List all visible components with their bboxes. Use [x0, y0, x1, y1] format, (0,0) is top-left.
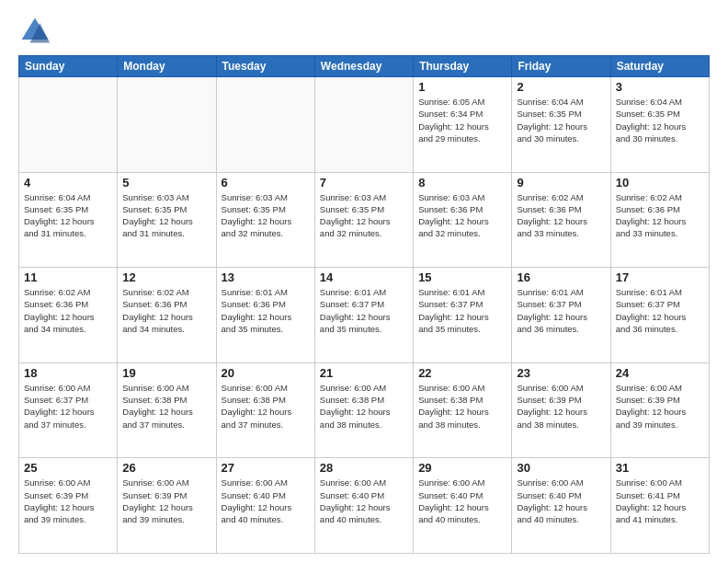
day-info: Sunrise: 6:00 AM Sunset: 6:39 PM Dayligh… — [24, 477, 112, 525]
calendar-cell: 24Sunrise: 6:00 AM Sunset: 6:39 PM Dayli… — [610, 362, 709, 458]
calendar-cell: 1Sunrise: 6:05 AM Sunset: 6:34 PM Daylig… — [414, 77, 512, 173]
day-info: Sunrise: 6:04 AM Sunset: 6:35 PM Dayligh… — [517, 96, 605, 144]
day-number: 28 — [320, 461, 408, 475]
calendar-header-monday: Monday — [118, 56, 216, 77]
calendar-cell: 16Sunrise: 6:01 AM Sunset: 6:37 PM Dayli… — [512, 268, 610, 363]
calendar-cell: 13Sunrise: 6:01 AM Sunset: 6:36 PM Dayli… — [216, 268, 314, 363]
day-number: 18 — [24, 366, 112, 380]
day-number: 27 — [222, 461, 310, 475]
calendar-header-thursday: Thursday — [414, 56, 512, 77]
day-info: Sunrise: 6:05 AM Sunset: 6:34 PM Dayligh… — [418, 96, 506, 144]
day-info: Sunrise: 6:02 AM Sunset: 6:36 PM Dayligh… — [517, 191, 605, 240]
calendar-cell: 31Sunrise: 6:00 AM Sunset: 6:41 PM Dayli… — [610, 458, 709, 554]
day-number: 13 — [222, 270, 310, 284]
calendar-cell — [314, 77, 413, 173]
day-number: 19 — [122, 366, 210, 380]
day-info: Sunrise: 6:01 AM Sunset: 6:36 PM Dayligh… — [222, 286, 310, 335]
calendar-cell — [216, 77, 314, 173]
day-number: 3 — [616, 80, 704, 94]
day-number: 25 — [24, 461, 112, 475]
day-number: 22 — [418, 366, 506, 380]
calendar-cell: 11Sunrise: 6:02 AM Sunset: 6:36 PM Dayli… — [19, 268, 118, 363]
day-info: Sunrise: 6:00 AM Sunset: 6:40 PM Dayligh… — [418, 477, 506, 525]
calendar-cell: 30Sunrise: 6:00 AM Sunset: 6:40 PM Dayli… — [512, 458, 610, 554]
day-number: 15 — [418, 270, 506, 284]
day-number: 17 — [616, 270, 704, 284]
day-number: 8 — [418, 176, 506, 190]
day-number: 4 — [24, 176, 112, 190]
day-info: Sunrise: 6:00 AM Sunset: 6:37 PM Dayligh… — [24, 382, 112, 431]
day-info: Sunrise: 6:00 AM Sunset: 6:38 PM Dayligh… — [418, 382, 506, 431]
day-number: 1 — [418, 80, 506, 94]
day-number: 24 — [616, 366, 704, 380]
day-number: 11 — [24, 270, 112, 284]
day-number: 23 — [517, 366, 605, 380]
calendar-cell: 28Sunrise: 6:00 AM Sunset: 6:40 PM Dayli… — [314, 458, 413, 554]
calendar-week-5: 25Sunrise: 6:00 AM Sunset: 6:39 PM Dayli… — [19, 458, 710, 554]
calendar-header-sunday: Sunday — [19, 56, 118, 77]
calendar-week-3: 11Sunrise: 6:02 AM Sunset: 6:36 PM Dayli… — [19, 268, 710, 363]
calendar-header-friday: Friday — [512, 56, 610, 77]
day-info: Sunrise: 6:02 AM Sunset: 6:36 PM Dayligh… — [616, 191, 704, 240]
day-info: Sunrise: 6:00 AM Sunset: 6:38 PM Dayligh… — [320, 382, 408, 431]
calendar-week-2: 4Sunrise: 6:04 AM Sunset: 6:35 PM Daylig… — [19, 172, 710, 268]
day-info: Sunrise: 6:00 AM Sunset: 6:39 PM Dayligh… — [616, 382, 704, 431]
day-number: 31 — [616, 461, 704, 475]
calendar-cell: 18Sunrise: 6:00 AM Sunset: 6:37 PM Dayli… — [19, 362, 118, 458]
calendar-cell — [118, 77, 216, 173]
day-number: 21 — [320, 366, 408, 380]
logo — [18, 15, 55, 48]
day-info: Sunrise: 6:04 AM Sunset: 6:35 PM Dayligh… — [24, 191, 112, 240]
calendar-cell: 6Sunrise: 6:03 AM Sunset: 6:35 PM Daylig… — [216, 172, 314, 268]
day-info: Sunrise: 6:00 AM Sunset: 6:40 PM Dayligh… — [320, 477, 408, 525]
day-number: 16 — [517, 270, 605, 284]
calendar-cell: 5Sunrise: 6:03 AM Sunset: 6:35 PM Daylig… — [118, 172, 216, 268]
day-info: Sunrise: 6:03 AM Sunset: 6:36 PM Dayligh… — [418, 191, 506, 240]
day-number: 14 — [320, 270, 408, 284]
day-number: 6 — [222, 176, 310, 190]
day-info: Sunrise: 6:00 AM Sunset: 6:40 PM Dayligh… — [517, 477, 605, 525]
calendar-header-tuesday: Tuesday — [216, 56, 314, 77]
day-info: Sunrise: 6:01 AM Sunset: 6:37 PM Dayligh… — [320, 286, 408, 335]
calendar-cell: 2Sunrise: 6:04 AM Sunset: 6:35 PM Daylig… — [512, 77, 610, 173]
calendar-cell: 14Sunrise: 6:01 AM Sunset: 6:37 PM Dayli… — [314, 268, 413, 363]
calendar-cell: 26Sunrise: 6:00 AM Sunset: 6:39 PM Dayli… — [118, 458, 216, 554]
logo-icon — [18, 15, 51, 48]
calendar-cell: 25Sunrise: 6:00 AM Sunset: 6:39 PM Dayli… — [19, 458, 118, 554]
day-info: Sunrise: 6:01 AM Sunset: 6:37 PM Dayligh… — [517, 286, 605, 335]
day-info: Sunrise: 6:02 AM Sunset: 6:36 PM Dayligh… — [122, 286, 210, 335]
calendar-header-wednesday: Wednesday — [314, 56, 413, 77]
calendar-cell: 17Sunrise: 6:01 AM Sunset: 6:37 PM Dayli… — [610, 268, 709, 363]
day-info: Sunrise: 6:03 AM Sunset: 6:35 PM Dayligh… — [222, 191, 310, 240]
day-number: 12 — [122, 270, 210, 284]
calendar-week-4: 18Sunrise: 6:00 AM Sunset: 6:37 PM Dayli… — [19, 362, 710, 458]
calendar-cell: 23Sunrise: 6:00 AM Sunset: 6:39 PM Dayli… — [512, 362, 610, 458]
calendar-cell: 19Sunrise: 6:00 AM Sunset: 6:38 PM Dayli… — [118, 362, 216, 458]
day-number: 7 — [320, 176, 408, 190]
day-number: 10 — [616, 176, 704, 190]
day-info: Sunrise: 6:02 AM Sunset: 6:36 PM Dayligh… — [24, 286, 112, 335]
day-info: Sunrise: 6:03 AM Sunset: 6:35 PM Dayligh… — [320, 191, 408, 240]
calendar-cell: 8Sunrise: 6:03 AM Sunset: 6:36 PM Daylig… — [414, 172, 512, 268]
calendar-cell: 20Sunrise: 6:00 AM Sunset: 6:38 PM Dayli… — [216, 362, 314, 458]
calendar-header-row: SundayMondayTuesdayWednesdayThursdayFrid… — [19, 56, 710, 77]
calendar-cell: 12Sunrise: 6:02 AM Sunset: 6:36 PM Dayli… — [118, 268, 216, 363]
day-info: Sunrise: 6:04 AM Sunset: 6:35 PM Dayligh… — [616, 96, 704, 144]
day-info: Sunrise: 6:01 AM Sunset: 6:37 PM Dayligh… — [616, 286, 704, 335]
calendar-cell: 9Sunrise: 6:02 AM Sunset: 6:36 PM Daylig… — [512, 172, 610, 268]
calendar-cell: 15Sunrise: 6:01 AM Sunset: 6:37 PM Dayli… — [414, 268, 512, 363]
calendar-cell: 27Sunrise: 6:00 AM Sunset: 6:40 PM Dayli… — [216, 458, 314, 554]
calendar-cell: 4Sunrise: 6:04 AM Sunset: 6:35 PM Daylig… — [19, 172, 118, 268]
day-info: Sunrise: 6:01 AM Sunset: 6:37 PM Dayligh… — [418, 286, 506, 335]
calendar-cell: 29Sunrise: 6:00 AM Sunset: 6:40 PM Dayli… — [414, 458, 512, 554]
day-number: 30 — [517, 461, 605, 475]
calendar-week-1: 1Sunrise: 6:05 AM Sunset: 6:34 PM Daylig… — [19, 77, 710, 173]
day-info: Sunrise: 6:00 AM Sunset: 6:38 PM Dayligh… — [222, 382, 310, 431]
day-info: Sunrise: 6:00 AM Sunset: 6:39 PM Dayligh… — [122, 477, 210, 525]
calendar-cell: 7Sunrise: 6:03 AM Sunset: 6:35 PM Daylig… — [314, 172, 413, 268]
calendar-cell: 3Sunrise: 6:04 AM Sunset: 6:35 PM Daylig… — [610, 77, 709, 173]
calendar-header-saturday: Saturday — [610, 56, 709, 77]
day-info: Sunrise: 6:00 AM Sunset: 6:38 PM Dayligh… — [122, 382, 210, 431]
day-info: Sunrise: 6:00 AM Sunset: 6:41 PM Dayligh… — [616, 477, 704, 525]
calendar-table: SundayMondayTuesdayWednesdayThursdayFrid… — [18, 55, 710, 554]
